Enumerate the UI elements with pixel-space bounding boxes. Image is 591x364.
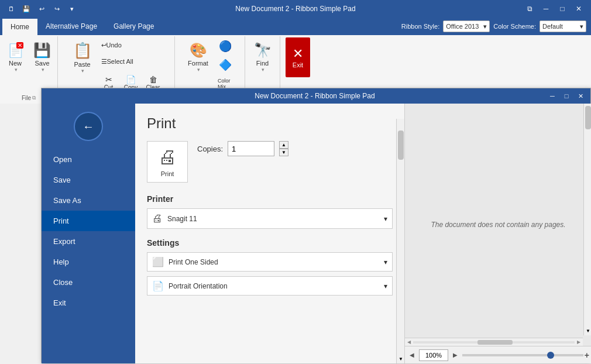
new-expand-arrow: ▾ <box>15 67 18 73</box>
preview-vscrollbar[interactable]: ▼ <box>583 104 591 335</box>
preview-scroll-down[interactable]: ▼ <box>584 326 591 335</box>
inner-close-button[interactable]: ✕ <box>574 91 587 101</box>
paste-button[interactable]: 📋 Paste ▾ <box>69 37 96 77</box>
printer-large-icon: 🖨 <box>158 146 177 168</box>
zoom-input[interactable] <box>419 349 448 361</box>
print-action-button[interactable]: 🖨 Print <box>147 141 188 183</box>
chevron-down-icon2: ▾ <box>580 23 583 30</box>
nav-right-arrow[interactable]: ▶ <box>451 351 460 360</box>
sidebar-item-save[interactable]: Save <box>42 170 135 190</box>
preview-empty-message: The document does not contain any pages. <box>431 221 565 229</box>
sidebar-item-exit[interactable]: Exit <box>42 293 135 313</box>
paste-icon: 📋 <box>73 42 92 60</box>
printer-section-title: Printer <box>147 194 393 204</box>
ribbon-style-label: Ribbon Style: <box>401 23 439 30</box>
sidebar-item-export[interactable]: Export <box>42 231 135 252</box>
orientation-value: Portrait Orientation <box>169 282 228 290</box>
sidebar-exit-label: Exit <box>53 298 66 307</box>
restore-button[interactable]: ⧉ <box>522 3 537 15</box>
sidebar-item-close[interactable]: Close <box>42 272 135 293</box>
exit-icon: ✕ <box>293 46 303 61</box>
tab-home[interactable]: Home <box>2 18 37 35</box>
print-scroll-thumb <box>398 131 404 160</box>
printer-chevron-icon: ▾ <box>384 215 387 223</box>
sided-icon: ⬜ <box>152 256 164 267</box>
scroll-down-arrow[interactable]: ▼ <box>397 354 404 363</box>
save-button[interactable]: 💾 Save ▾ <box>29 37 55 77</box>
portrait-icon: 📄 <box>152 280 164 291</box>
select-all-icon: ☰ <box>101 58 107 66</box>
chevron-down-icon: ▾ <box>483 23 487 30</box>
print-scrollbar[interactable]: ▼ <box>396 119 404 363</box>
printer-dropdown[interactable]: 🖨 Snagit 11 ▾ <box>147 208 393 229</box>
cut-icon: ✂ <box>105 75 112 84</box>
sidebar-saveas-label: Save As <box>53 196 81 205</box>
sidebar-item-help[interactable]: Help <box>42 252 135 272</box>
copies-input[interactable] <box>228 141 274 156</box>
zoom-in-button[interactable]: + <box>585 351 589 360</box>
find-icon: 🔭 <box>254 42 272 59</box>
format-button[interactable]: 🎨 Format ▾ <box>184 37 212 77</box>
skin-btn-2[interactable]: 🔷 <box>215 56 236 74</box>
find-button[interactable]: 🔭 Find ▾ <box>250 37 276 77</box>
ribbon-tab-bar: Home Alternative Page Gallery Page Ribbo… <box>0 18 591 35</box>
sided-dropdown[interactable]: ⬜ Print One Sided ▾ <box>147 252 393 272</box>
save-expand-arrow: ▾ <box>42 67 44 73</box>
copies-down-button[interactable]: ▼ <box>279 149 288 156</box>
preview-content: The document does not contain any pages. <box>405 104 591 346</box>
more-qat-button[interactable]: ▾ <box>66 2 78 15</box>
save-qat-button[interactable]: 💾 <box>20 2 33 15</box>
zoom-slider-container: + <box>462 351 589 360</box>
zoom-thumb[interactable] <box>547 352 554 359</box>
inner-title-controls: ─ □ ✕ <box>546 91 587 101</box>
sidebar-item-save-as[interactable]: Save As <box>42 190 135 211</box>
printer-value: Snagit 11 <box>167 215 197 223</box>
tab-alternative[interactable]: Alternative Page <box>37 18 105 35</box>
preview-hscrollbar[interactable]: ◀ ▶ <box>405 338 583 346</box>
redo-qat-button[interactable]: ↪ <box>50 2 63 15</box>
color-scheme-dropdown[interactable]: Default ▾ <box>540 20 586 32</box>
preview-left-arrow[interactable]: ◀ <box>407 339 411 345</box>
skin-icon-2: 🔷 <box>219 59 232 71</box>
maximize-button[interactable]: □ <box>555 3 570 15</box>
tab-gallery[interactable]: Gallery Page <box>105 18 162 35</box>
inner-app-title: New Document 2 - Ribbon Simple Pad <box>84 92 546 100</box>
zoom-slider[interactable] <box>462 354 583 356</box>
sidebar-item-open[interactable]: Open <box>42 149 135 170</box>
minimize-button[interactable]: ─ <box>538 3 554 15</box>
exit-button[interactable]: ✕ Exit <box>286 37 310 77</box>
app-icon-button[interactable]: 🗒 <box>5 2 18 15</box>
undo-button[interactable]: ↩ Undo <box>98 39 125 51</box>
sidebar-item-print[interactable]: Print <box>42 211 135 231</box>
copies-up-button[interactable]: ▲ <box>279 141 288 149</box>
inner-window: New Document 2 - Ribbon Simple Pad ─ □ ✕… <box>41 88 591 363</box>
back-button[interactable]: ← <box>74 112 103 141</box>
sidebar-close-label: Close <box>53 278 73 287</box>
app-title: New Document 2 - Ribbon Simple Pad <box>235 5 355 13</box>
orientation-dropdown[interactable]: 📄 Portrait Orientation ▾ <box>147 276 393 296</box>
sidebar-help-label: Help <box>53 257 69 266</box>
preview-right-arrow[interactable]: ▶ <box>577 339 580 345</box>
print-controls-area: 🖨 Print Copies: ▲ ▼ <box>147 141 393 183</box>
save-label: Save <box>35 60 49 67</box>
skin-icon-1: 🔵 <box>219 40 232 53</box>
inner-minimize-button[interactable]: ─ <box>546 91 559 101</box>
new-button[interactable]: 📄✕ New ▾ <box>2 37 28 77</box>
print-content-area: Print 🖨 Print Copies: ▲ ▼ Printer 🖨 Snag… <box>135 104 404 363</box>
undo-qat-button[interactable]: ↩ <box>35 2 48 15</box>
undo-icon: ↩ <box>101 42 106 49</box>
new-label: New <box>9 60 22 67</box>
select-all-button[interactable]: ☰ Select All <box>98 55 136 68</box>
preview-vscroll-thumb <box>585 106 591 129</box>
inner-restore-button[interactable]: □ <box>560 91 573 101</box>
format-label: Format <box>188 60 208 67</box>
print-page-title: Print <box>147 115 393 132</box>
exit-label: Exit <box>293 61 303 68</box>
sidebar-print-label: Print <box>53 217 69 225</box>
ribbon-style-dropdown[interactable]: Office 2013 ▾ <box>443 20 490 32</box>
copies-label: Copies: <box>197 145 223 153</box>
close-button[interactable]: ✕ <box>571 3 586 15</box>
skin-btn-1[interactable]: 🔵 <box>215 37 236 55</box>
nav-left-arrow[interactable]: ◀ <box>407 351 417 360</box>
preview-panel: The document does not contain any pages.… <box>404 104 591 363</box>
